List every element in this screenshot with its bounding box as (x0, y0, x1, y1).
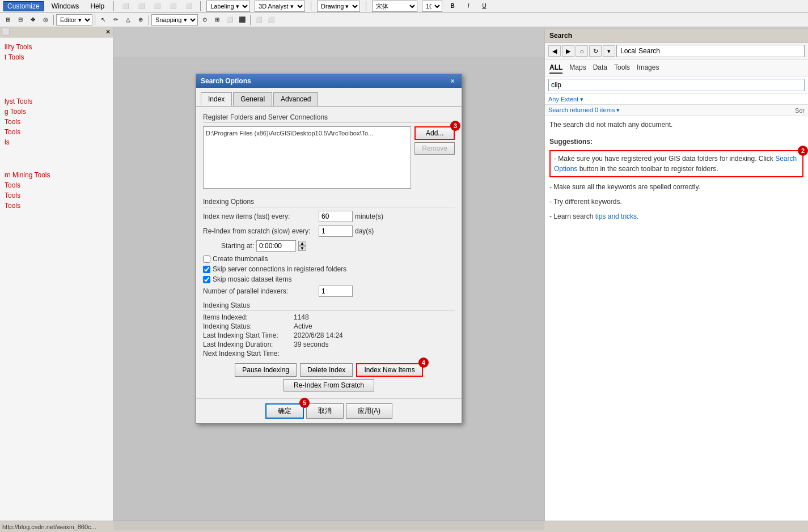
dialog-close-button[interactable]: × (448, 76, 457, 86)
extent-button[interactable]: Any Extent ▾ (548, 96, 583, 103)
nav-dropdown-button[interactable]: ▾ (603, 45, 615, 57)
snapping-combo[interactable]: Snapping ▾ (151, 14, 198, 25)
next-start-label: Next Indexing Start Time: (203, 350, 294, 357)
cancel-button[interactable]: 取消 (306, 403, 344, 419)
toolbar-btn-3[interactable]: ⬜ (151, 1, 163, 12)
tb2-4[interactable]: ◎ (40, 14, 51, 25)
nav-back-button[interactable]: ◀ (548, 45, 561, 57)
analyst-combo[interactable]: 3D Analyst ▾ (255, 1, 305, 12)
items-indexed-value: 1148 (294, 313, 309, 321)
search-results-link[interactable]: Search returned 0 items ▾ (548, 107, 620, 114)
search-body: The search did not match any document. S… (545, 116, 808, 532)
add-button[interactable]: Add... (414, 126, 455, 140)
tab-advanced[interactable]: Advanced (273, 92, 318, 106)
cb-skip-mosaic-row: Skip mosaic dataset items (203, 275, 455, 283)
index-new-button[interactable]: Index New Items (356, 363, 422, 377)
toolbar-btn-5[interactable]: ⬜ (183, 1, 194, 12)
last-duration-label: Last Indexing Duration: (203, 341, 294, 348)
apply-button[interactable]: 应用(A) (346, 403, 392, 419)
tb2-2[interactable]: ⊟ (15, 14, 26, 25)
status-row-1: Items Indexed: 1148 (203, 313, 455, 321)
search-tabs: ALL Maps Data Tools Images (545, 60, 808, 76)
panel-item-0[interactable]: ility Tools (2, 42, 111, 52)
tab-tools[interactable]: Tools (614, 62, 630, 74)
suggestion-4: - Learn search tips and tricks. (549, 211, 803, 222)
panel-item-2[interactable]: lyst Tools (2, 96, 111, 107)
panel-item-1[interactable]: t Tools (2, 52, 111, 62)
panel-item-3[interactable]: g Tools (2, 107, 111, 117)
menu-windows[interactable]: Windows (48, 2, 83, 11)
dialog-title: Search Options (201, 77, 251, 85)
remove-button[interactable]: Remove (414, 142, 455, 155)
folder-list-box[interactable]: D:\Program Files (x86)\ArcGIS\Desktop10.… (203, 126, 411, 189)
panel-item-6[interactable]: ls (2, 137, 111, 147)
search-input[interactable] (548, 79, 805, 91)
parallel-input[interactable] (319, 286, 353, 297)
time-down-btn[interactable]: ▼ (298, 246, 306, 251)
dialog-overlay: Search Options × Index General Advanced … (113, 57, 544, 530)
tab-maps[interactable]: Maps (569, 62, 586, 74)
panel-item-9[interactable]: Tools (2, 190, 111, 201)
font-name-combo[interactable]: 宋体 (372, 1, 417, 12)
cb-skip-mosaic[interactable] (203, 276, 210, 283)
tab-general[interactable]: General (233, 92, 272, 106)
tab-all[interactable]: ALL (549, 62, 562, 74)
nav-home-button[interactable]: ⌂ (576, 45, 588, 57)
tab-images[interactable]: Images (637, 62, 659, 74)
panel-close-icon[interactable]: ✕ (105, 28, 111, 36)
tb2-snap2[interactable]: ⊞ (211, 14, 223, 25)
nav-forward-button[interactable]: ▶ (562, 45, 574, 57)
parallel-label: Number of parallel indexers: (203, 287, 316, 295)
toolbar-btn-1[interactable]: ⬜ (120, 1, 131, 12)
panel-item-5[interactable]: Tools (2, 127, 111, 137)
tb2-extra1[interactable]: ⬜ (253, 14, 264, 25)
cb-skip-server-label: Skip server connections in registered fo… (213, 265, 346, 273)
drawing-combo[interactable]: Drawing ▾ (317, 1, 360, 12)
confirm-button[interactable]: 确定 (265, 403, 304, 419)
menu-help[interactable]: Help (87, 2, 108, 11)
toolbar-btn-4[interactable]: ⬜ (167, 1, 179, 12)
panel-item-8[interactable]: Tools (2, 180, 111, 190)
tb2-5[interactable]: ✏ (110, 14, 121, 25)
tb2-1[interactable]: ⊞ (2, 14, 14, 25)
tb2-6[interactable]: △ (122, 14, 134, 25)
tb2-extra2[interactable]: ⬜ (265, 14, 277, 25)
nav-refresh-button[interactable]: ↻ (589, 45, 602, 57)
index-fast-input[interactable] (319, 211, 353, 222)
panel-item-4[interactable]: Tools (2, 117, 111, 127)
sep3 (311, 1, 311, 11)
tb2-snap3[interactable]: ⬜ (224, 14, 235, 25)
cb-thumbnails-row: Create thumbnails (203, 255, 455, 263)
tb2-snap1[interactable]: ⊙ (199, 14, 210, 25)
cb-thumbnails[interactable] (203, 256, 210, 263)
panel-window-icon[interactable]: ⬜ (2, 28, 10, 36)
cb-skip-server[interactable] (203, 266, 210, 273)
reindex-label: Re-Index from scratch (slow) every: (203, 227, 316, 235)
tb2-snap4[interactable]: ⬛ (236, 14, 248, 25)
labeling-combo[interactable]: Labeling ▾ (206, 1, 250, 12)
panel-item-10[interactable]: Tools (2, 201, 111, 211)
time-up-btn[interactable]: ▲ (298, 241, 306, 246)
tips-link[interactable]: tips and tricks. (595, 212, 639, 220)
menu-customize[interactable]: Customize (3, 1, 44, 11)
pause-indexing-button[interactable]: Pause Indexing (235, 363, 297, 377)
bold-btn[interactable]: B (447, 1, 458, 12)
panel-item-7[interactable]: rn Mining Tools (2, 170, 111, 180)
tb2-7[interactable]: ⊕ (135, 14, 146, 25)
reindex-scratch-button[interactable]: Re-Index From Scratch (284, 379, 374, 391)
toolbar-btn-2[interactable]: ⬜ (136, 1, 147, 12)
time-input[interactable] (256, 240, 296, 252)
confirm-wrapper: 确定 5 (265, 403, 304, 419)
italic-btn[interactable]: I (463, 1, 474, 12)
delete-index-button[interactable]: Delete Index (300, 363, 353, 377)
indexing-status-value: Active (294, 322, 312, 330)
tab-index[interactable]: Index (201, 92, 232, 106)
editor-combo[interactable]: Editor ▾ (56, 14, 92, 25)
tb2-arrow[interactable]: ↖ (98, 14, 109, 25)
search-location-label: Local Search (616, 45, 805, 57)
tb2-3[interactable]: ✥ (27, 14, 39, 25)
underline-btn[interactable]: U (479, 1, 490, 12)
font-size-combo[interactable]: 10 (422, 1, 442, 12)
reindex-input[interactable] (319, 225, 353, 237)
tab-data[interactable]: Data (593, 62, 607, 74)
